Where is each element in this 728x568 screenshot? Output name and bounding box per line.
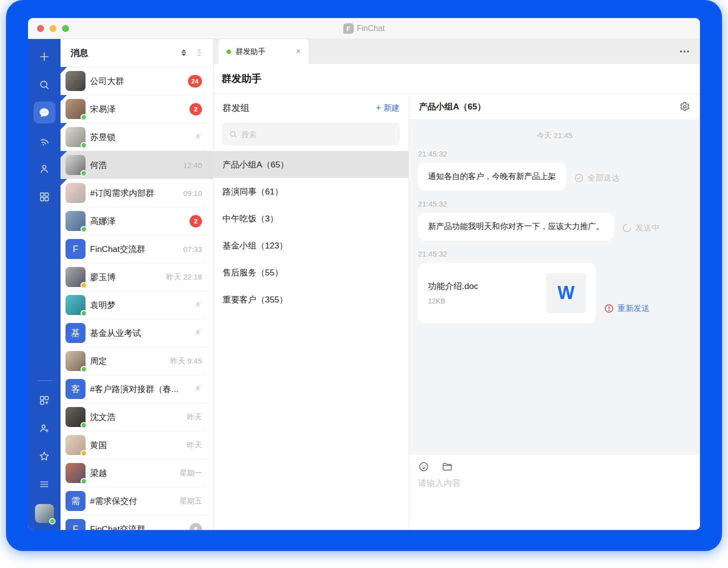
chat-list-item[interactable]: F FinChat交流群 8: [60, 515, 213, 530]
invite-button[interactable]: [34, 417, 56, 439]
muted-bell-icon: [194, 384, 202, 394]
chat-name: 周定: [90, 356, 166, 367]
chat-list-item[interactable]: 客 #客户路演对接群（春...: [60, 375, 213, 403]
group-list-item[interactable]: 基金小组（123）: [214, 232, 408, 259]
tab-close-icon[interactable]: ×: [296, 47, 300, 56]
settings-button[interactable]: [680, 102, 690, 112]
more-icon[interactable]: [680, 50, 689, 52]
avatar: [66, 435, 86, 455]
chat-time: 昨天: [187, 440, 202, 450]
new-group-button[interactable]: + 新建: [376, 103, 400, 114]
chat-list-item[interactable]: 公司大群 24: [60, 67, 213, 95]
avatar-letter: F: [73, 244, 78, 254]
app-name: FinChat: [356, 24, 384, 33]
file-attachment-card[interactable]: 功能介绍.doc 12KB W: [418, 263, 596, 323]
left-rail: [28, 39, 60, 530]
contacts-icon: [38, 163, 50, 174]
chat-title: 产品小组A（65）: [419, 101, 486, 112]
muted-bell-icon: [194, 328, 202, 338]
group-list-item[interactable]: 产品小组A（65）: [214, 151, 408, 178]
chat-list-item[interactable]: 廖玉博 昨天 22:18: [60, 263, 213, 291]
chat-name: 基金从业考试: [90, 328, 189, 339]
workspace-nav-button[interactable]: [34, 186, 56, 208]
file-name: 功能介绍.doc: [428, 280, 478, 292]
emoji-icon[interactable]: [418, 461, 430, 472]
avatar: [66, 99, 86, 119]
add-workspace-button[interactable]: [34, 389, 56, 411]
avatar: 客: [66, 379, 86, 399]
invite-person-icon: [38, 422, 50, 434]
sort-button[interactable]: [180, 49, 188, 56]
chat-time: 星期一: [180, 468, 202, 478]
zoom-window-button[interactable]: [62, 25, 69, 32]
chat-panel: 产品小组A（65） 今天 21:45: [409, 94, 700, 530]
messages-nav-button[interactable]: [34, 102, 56, 124]
app-logo: F FinChat: [343, 23, 384, 34]
chat-name: 何浩: [90, 160, 178, 171]
chat-time: 昨天 9:45: [170, 356, 202, 366]
chat-list-item[interactable]: 袁明梦: [60, 291, 213, 319]
chat-list-item[interactable]: 沈文浩 昨天: [60, 403, 213, 431]
group-list-item[interactable]: 路演同事（61）: [214, 178, 408, 205]
plus-icon: [38, 51, 50, 62]
tab-mass-send[interactable]: 群发助手 ×: [218, 39, 308, 64]
muted-bell-icon: [194, 132, 202, 142]
chat-list-item[interactable]: 需 #需求保交付 星期五: [60, 487, 213, 515]
chat-list-item[interactable]: F FinChat交流群 07:33: [60, 235, 213, 263]
group-search-box: [222, 123, 400, 145]
chat-name: #订阅需求内部群: [90, 188, 178, 199]
plus-icon: +: [376, 104, 381, 112]
feed-nav-button[interactable]: [34, 130, 56, 152]
minimize-window-button[interactable]: [50, 25, 56, 32]
group-label: 基金小组（123）: [222, 240, 288, 252]
status-label[interactable]: 重新发送: [618, 304, 650, 314]
user-avatar[interactable]: [35, 504, 54, 523]
search-icon: [229, 130, 238, 138]
chat-list-item[interactable]: 何浩 12:40: [60, 151, 213, 179]
chat-name: 沈文浩: [90, 412, 182, 423]
menu-button[interactable]: [34, 473, 56, 495]
contacts-nav-button[interactable]: [34, 158, 56, 180]
chat-time: 星期五: [180, 496, 202, 506]
folder-icon[interactable]: [442, 461, 453, 472]
group-list-item[interactable]: 重要客户（355）: [214, 286, 408, 313]
avatar: [66, 407, 86, 427]
message-input[interactable]: [418, 478, 691, 524]
chat-name: FinChat交流群: [90, 524, 185, 530]
chat-name: 公司大群: [90, 76, 184, 87]
collapse-button[interactable]: [196, 49, 203, 56]
chat-list-item[interactable]: 黄国 昨天: [60, 431, 213, 459]
chat-list-item[interactable]: 苏昱锁: [60, 123, 213, 151]
message-area: 今天 21:45 21:45:32 通知各自的客户，今晚有新产品上架: [409, 120, 700, 455]
group-list-item[interactable]: 中午吃饭（3）: [214, 205, 408, 232]
chat-list-item[interactable]: 周定 昨天 9:45: [60, 347, 213, 375]
group-search-input[interactable]: [242, 130, 393, 138]
new-group-label: 新建: [384, 103, 400, 114]
chat-list: 公司大群 24 宋易泽: [60, 67, 213, 530]
chat-list-title: 消息: [70, 47, 180, 59]
close-window-button[interactable]: [37, 25, 44, 32]
search-nav-button[interactable]: [34, 74, 56, 96]
chat-list-item[interactable]: 梁越 星期一: [60, 459, 213, 487]
avatar-letter: 需: [71, 495, 80, 507]
new-chat-button[interactable]: [34, 46, 56, 68]
delivered-check-icon: [574, 173, 584, 183]
main-area: 群发助手 × 群发助手 群发组 + 新建: [214, 39, 700, 530]
status-label[interactable]: 发送中: [636, 223, 660, 234]
presence-dot: [80, 450, 87, 456]
chat-list-item[interactable]: 基 基金从业考试: [60, 319, 213, 347]
chat-list-item[interactable]: #订阅需求内部群 09:10: [60, 179, 213, 207]
tab-label: 群发助手: [236, 47, 292, 56]
group-list-item[interactable]: 售后服务（55）: [214, 259, 408, 286]
unread-badge: 2: [190, 103, 202, 116]
chat-list-item[interactable]: 宋易泽 2: [60, 95, 213, 123]
chat-list-item[interactable]: 高娜泽 2: [60, 207, 213, 235]
presence-dot: [80, 114, 87, 120]
traffic-lights: [37, 25, 69, 32]
status-label[interactable]: 全部送达: [588, 173, 620, 184]
favorites-button[interactable]: [34, 445, 56, 467]
group-label: 路演同事（61）: [222, 186, 283, 198]
chat-name: 高娜泽: [90, 216, 185, 227]
chat-name: 苏昱锁: [90, 132, 189, 143]
group-label: 产品小组A（65）: [222, 159, 288, 170]
